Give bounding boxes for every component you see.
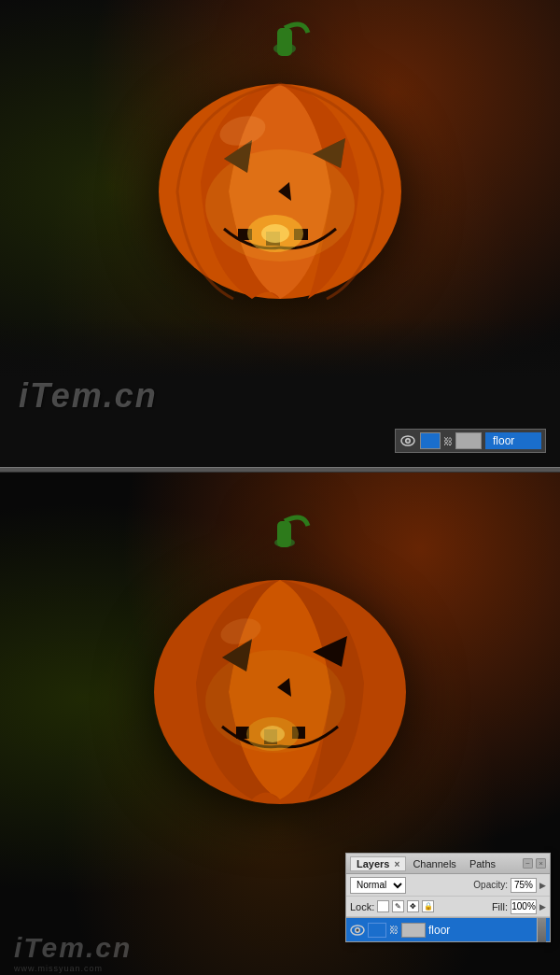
watermark-bottom: iTem.cn [14,932,132,964]
watermark-sub: www.missyuan.com [14,964,103,973]
layer-thumb-top [455,432,482,449]
lock-row: Lock: ✎ ✥ 🔒 Fill: 100% ▶ [346,897,550,917]
bottom-canvas: iTem.cn www.missyuan.com Layers × Channe… [0,473,560,975]
svg-point-34 [357,928,359,931]
layer-chain-top: ⛓ [444,432,452,449]
svg-point-17 [407,440,410,443]
svg-rect-19 [277,521,291,547]
lock-check-all[interactable]: 🔒 [422,900,434,912]
panel-tabs: Layers × Channels Paths [350,856,502,871]
layer-scrollbar[interactable] [537,918,546,942]
layer-name-top[interactable]: floor [485,432,541,449]
blend-opacity-row: Normal Multiply Screen Opacity: 75% ▶ [346,874,550,897]
pumpkin-bottom [0,482,560,837]
layer-thumbnail [401,923,426,938]
tab-layers[interactable]: Layers × [350,856,406,871]
lock-check-paint[interactable]: ✎ [392,900,404,912]
layer-panel-top: ⛓ floor [395,429,546,453]
tab-paths[interactable]: Paths [463,856,502,871]
eye-icon-top[interactable] [399,432,416,449]
svg-point-13 [261,224,289,243]
fill-label: Fill: [492,901,508,912]
opacity-arrow[interactable]: ▶ [539,881,546,890]
layer-eye-icon[interactable] [350,923,365,938]
fill-value[interactable]: 100% [511,899,537,914]
top-canvas: iTem.cn ⛓ floor [0,0,560,467]
svg-rect-1 [277,28,292,56]
opacity-value[interactable]: 75% [511,878,537,893]
svg-point-30 [260,726,285,742]
layers-panel: Layers × Channels Paths − × Normal Multi… [345,853,551,942]
opacity-area: Opacity: 75% ▶ [473,878,546,893]
panel-close-buttons: − × [523,858,546,869]
layer-chain-icon: ⛓ [389,925,399,935]
lock-check-transparency[interactable] [377,900,389,912]
fill-area: Fill: 100% ▶ [492,899,546,914]
layer-row-floor[interactable]: ⛓ floor [346,917,550,941]
panel-titlebar: Layers × Channels Paths − × [346,854,550,874]
lock-check-position[interactable]: ✥ [407,900,419,912]
fill-arrow[interactable]: ▶ [539,902,546,911]
layer-color-swatch [368,923,386,938]
opacity-label: Opacity: [473,880,508,890]
panel-minimize-btn[interactable]: − [523,858,533,869]
pumpkin-top [0,0,560,318]
blend-mode-select[interactable]: Normal Multiply Screen [350,877,406,894]
watermark-top: iTem.cn [19,376,158,416]
tab-channels[interactable]: Channels [406,856,462,871]
layer-name-floor: floor [428,924,534,937]
layer-swatch-top [420,432,441,449]
lock-label: Lock: [350,901,374,912]
panel-close-btn[interactable]: × [536,858,546,869]
